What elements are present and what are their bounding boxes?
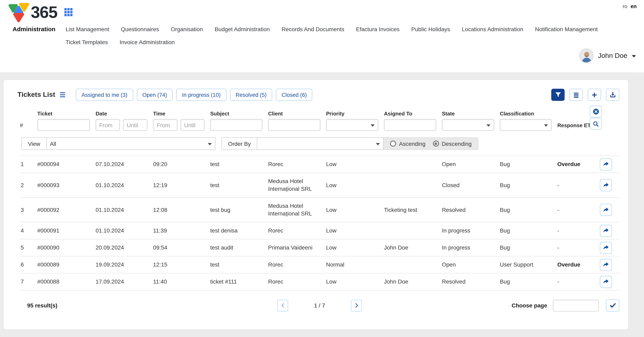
nav-budget-administration[interactable]: Budget Administration [215, 26, 270, 32]
nav-public-holidays[interactable]: Public Holidays [411, 26, 450, 32]
priority-filter-select[interactable] [326, 119, 378, 131]
user-menu[interactable]: John Doe [579, 48, 636, 63]
brand: 365 Administration [8, 2, 73, 32]
ticket-assigned-to [384, 177, 442, 194]
order-by-select[interactable] [257, 137, 384, 150]
client-filter-input[interactable] [268, 119, 320, 131]
nav-notification-management[interactable]: Notification Management [535, 26, 598, 32]
app-name: Administration [12, 26, 73, 32]
classification-filter-select[interactable] [500, 119, 552, 131]
time-from-input[interactable] [153, 119, 177, 131]
ascending-option[interactable]: Ascending [390, 140, 426, 147]
ticket-priority: Low [326, 177, 384, 194]
ticket-id: #000093 [37, 177, 96, 194]
col-label-state: State [442, 110, 500, 119]
ticket-date: 01.10.2024 [96, 177, 153, 194]
col-label-time: Time [153, 110, 210, 119]
open-ticket-button[interactable] [600, 276, 612, 288]
main-content: Tickets List Assigned to me (3) Open (74… [0, 80, 644, 330]
state-filter-select[interactable] [442, 119, 494, 131]
chip-open[interactable]: Open (74) [137, 89, 173, 101]
chip-assigned-to-me[interactable]: Assigned to me (3) [76, 89, 133, 101]
row-number-header: # [20, 122, 37, 128]
table-footer: 95 result(s) 1 / 7 Choose p [20, 299, 619, 312]
funnel-icon [554, 91, 562, 98]
row-number: 3 [20, 202, 37, 218]
clear-filters-button[interactable] [590, 106, 602, 118]
open-ticket-button[interactable] [600, 258, 612, 271]
ticket-date: 01.10.2024 [96, 202, 153, 218]
forward-arrow-icon [602, 161, 609, 168]
chevron-down-icon [208, 143, 212, 145]
top-header: roen 365 Administrat [0, 0, 644, 73]
open-ticket-button[interactable] [600, 224, 612, 237]
ticket-id: #000091 [37, 222, 96, 239]
pagination: 1 / 7 [277, 300, 362, 311]
lang-ro[interactable]: ro [623, 3, 628, 9]
go-to-page-button[interactable] [606, 299, 619, 312]
choose-page-input[interactable] [553, 300, 599, 311]
subject-filter-input[interactable] [210, 119, 262, 131]
assigned-to-filter-input[interactable] [384, 119, 436, 131]
ascending-radio[interactable] [390, 140, 396, 147]
ticket-classification: Bug [500, 222, 557, 239]
forward-arrow-icon [602, 227, 609, 234]
open-ticket-button[interactable] [600, 179, 612, 191]
date-until-input[interactable] [123, 119, 148, 131]
nav-questionnaires[interactable]: Questionnaires [121, 26, 159, 32]
chevron-down-icon [370, 124, 375, 126]
nav-ticket-templates[interactable]: Ticket Templates [66, 39, 108, 45]
ticket-priority: Low [326, 274, 384, 290]
ticket-response-eta: Overdue [557, 156, 600, 172]
nav-list-management[interactable]: List Management [66, 26, 109, 32]
avatar [579, 48, 593, 63]
results-count: 95 result(s) [27, 302, 57, 309]
ticket-assigned-to: John Doe [384, 240, 442, 256]
descending-option[interactable]: Descending [433, 140, 472, 147]
ticket-subject: ticket #111 [210, 274, 268, 290]
nav-organisation[interactable]: Organisation [171, 26, 203, 32]
date-from-input[interactable] [96, 119, 120, 131]
nav-invoice-administration[interactable]: Invoice Administration [120, 39, 175, 45]
ticket-assigned-to [384, 222, 442, 239]
ticket-client: Rorec [268, 156, 326, 172]
add-ticket-button[interactable] [588, 89, 601, 101]
chip-resolved[interactable]: Resolved (5) [230, 89, 272, 101]
nav-efactura-invoices[interactable]: Efactura Invoices [356, 26, 400, 32]
user-name: John Doe [598, 52, 628, 60]
ticket-time: 11:39 [153, 222, 210, 239]
panel-toolbar [551, 89, 619, 101]
search-button[interactable] [590, 118, 602, 130]
list-view-button[interactable] [570, 89, 583, 101]
ticket-client: Rorec [268, 222, 326, 239]
app-viewport: roen 365 Administrat [0, 0, 644, 337]
ticket-date: 07.10.2024 [96, 156, 153, 172]
next-page-button[interactable] [351, 300, 362, 311]
open-ticket-button[interactable] [600, 204, 612, 216]
chevron-down-icon [376, 143, 380, 145]
download-button[interactable] [606, 89, 619, 101]
chevron-down-icon [486, 124, 490, 126]
filter-toggle-button[interactable] [551, 89, 564, 101]
previous-page-button[interactable] [277, 300, 288, 311]
open-ticket-button[interactable] [600, 158, 612, 170]
nav-locations-administration[interactable]: Locations Administration [462, 26, 523, 32]
ticket-time: 12:08 [153, 202, 210, 218]
ticket-id: #000088 [37, 274, 96, 290]
ticket-priority: Low [326, 202, 384, 218]
descending-radio[interactable] [433, 140, 439, 147]
ticket-response-eta: - [557, 240, 600, 256]
ticket-client: Medusa Hotel Internațional SRL [268, 173, 326, 197]
language-switcher: roen [620, 3, 637, 9]
view-select[interactable]: All [46, 137, 216, 150]
ticket-client: Rorec [268, 274, 326, 290]
tickets-list-menu-icon[interactable] [60, 92, 65, 98]
lang-en[interactable]: en [631, 3, 637, 9]
open-ticket-button[interactable] [600, 242, 612, 254]
time-until-input[interactable] [180, 119, 204, 131]
nav-records-and-documents[interactable]: Records And Documents [282, 26, 344, 32]
clear-circle-icon [592, 108, 600, 116]
chip-closed[interactable]: Closed (6) [276, 89, 312, 101]
chip-in-progress[interactable]: In progress (10) [176, 89, 226, 101]
ticket-filter-input[interactable] [37, 119, 90, 131]
